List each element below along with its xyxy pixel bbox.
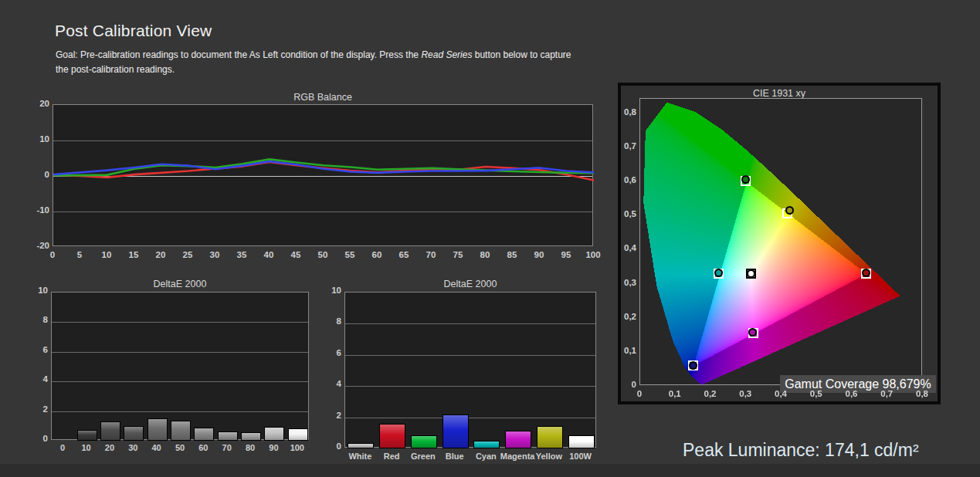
cie-x-tick-label: 0,8: [910, 389, 934, 398]
x-axis-tick-label: 30: [203, 250, 226, 259]
cie-y-tick-label: 0,5: [621, 209, 636, 218]
x-axis-tick-label: 80: [473, 250, 497, 259]
y-axis-tick-label: 10: [25, 286, 48, 295]
deltae-bar-70: [218, 431, 238, 441]
x-axis-tick-label: 0: [41, 250, 64, 259]
cie-x-tick-label: 0,7: [875, 389, 898, 398]
y-axis-tick-label: 2: [25, 404, 48, 414]
deltae-bar-80: [241, 432, 261, 441]
gridline: [345, 418, 595, 418]
x-axis-tick-label: 100: [274, 443, 320, 452]
x-axis-tick-label: 100: [582, 250, 605, 259]
x-axis-tick-label: 100W: [558, 452, 604, 461]
deltae-bar-30: [124, 426, 144, 441]
goal-text-suffix: button below to capture: [472, 49, 571, 60]
rgb-balance-lines: [53, 105, 594, 247]
read-series-reference: Read Series: [421, 49, 472, 60]
deltae-bar-90: [264, 427, 284, 441]
goal-text: Goal: Pre-calibration readings to docume…: [56, 48, 681, 77]
deltae-bar-100: [288, 428, 308, 441]
measured-point-white: [747, 269, 755, 278]
cie-x-tick-label: 0,2: [699, 389, 722, 398]
gridline: [345, 386, 595, 387]
x-axis-tick-label: 60: [365, 250, 388, 259]
deltae-bar-10: [77, 430, 97, 441]
deltae-bar-cyan: [473, 441, 500, 448]
gridline: [52, 352, 308, 353]
deltae-bar-40: [148, 418, 168, 441]
footer-strip: [0, 464, 980, 477]
x-axis-tick-label: 45: [284, 250, 307, 259]
cie-y-tick-label: 0,4: [621, 243, 636, 252]
gridline: [52, 381, 308, 382]
x-axis-tick-label: 15: [122, 250, 145, 259]
gridline: [345, 355, 595, 356]
x-axis-tick-label: 85: [500, 250, 524, 259]
y-axis-tick-label: 4: [25, 374, 48, 384]
deltae-bar-red: [379, 424, 405, 448]
cie-y-tick-label: 0,8: [621, 107, 636, 117]
deltae-grayscale-title: DeltaE 2000: [64, 279, 296, 289]
y-axis-tick-label: 4: [318, 379, 341, 388]
cie-diagram-canvas: [640, 99, 923, 386]
deltae-colors-title: DeltaE 2000: [354, 279, 586, 289]
y-axis-tick-label: 2: [318, 411, 341, 420]
x-axis-tick-label: 50: [311, 250, 334, 259]
cie-x-tick-label: 0,6: [840, 389, 863, 398]
peak-luminance-readout: Peak Luminance: 174,1 cd/m²: [683, 440, 919, 461]
deltae-bar-50: [171, 421, 191, 441]
y-axis-tick-label: 0: [318, 441, 341, 451]
cie-x-tick-label: 0,5: [805, 389, 828, 398]
cie-x-tick-label: 0,1: [663, 389, 687, 398]
cie-y-tick-label: 0,7: [621, 141, 636, 151]
deltae-grayscale-chart: [51, 292, 309, 440]
y-axis-tick-label: 10: [25, 134, 49, 144]
cie-1931-title: CIE 1931 xy: [663, 88, 895, 99]
x-axis-tick-label: 75: [446, 250, 470, 259]
rgb-balance-chart: [53, 104, 593, 246]
gridline: [52, 411, 308, 412]
cie-y-tick-label: 0,1: [621, 346, 636, 355]
gridline: [345, 323, 595, 324]
y-axis-tick-label: 6: [25, 345, 48, 354]
deltae-bar-magenta: [505, 431, 531, 448]
cie-x-tick-label: 0,3: [734, 389, 757, 398]
deltae-bar-60: [194, 428, 214, 441]
x-axis-tick-label: 35: [230, 250, 253, 259]
cie-x-tick-label: 0: [628, 389, 651, 398]
y-axis-tick-label: 8: [318, 316, 341, 326]
goal-text-prefix: Goal: Pre-calibration readings to docume…: [56, 49, 421, 60]
x-axis-tick-label: 55: [338, 250, 361, 259]
x-axis-tick-label: 90: [527, 250, 551, 259]
page-title: Post Calibration View: [55, 22, 212, 40]
cie-y-tick-label: 0,6: [621, 175, 636, 184]
y-axis-tick-label: 0: [25, 434, 48, 443]
deltae-bar-white: [348, 443, 374, 448]
post-calibration-view: Post Calibration View Goal: Pre-calibrat…: [0, 0, 980, 477]
x-axis-tick-label: 10: [95, 250, 118, 259]
x-axis-tick-label: 65: [392, 250, 415, 259]
y-axis-tick-label: 10: [318, 286, 341, 295]
x-axis-tick-label: 40: [257, 250, 280, 259]
cie-1931-plot: Gamut Coverage 98,679%: [639, 98, 922, 385]
x-axis-tick-label: 25: [176, 250, 199, 259]
y-axis-tick-label: 20: [25, 99, 49, 108]
deltae-bar-100w: [568, 435, 595, 448]
cie-y-tick-label: 0: [621, 380, 636, 389]
x-axis-tick-label: 70: [419, 250, 443, 259]
cie-y-tick-label: 0,2: [621, 312, 636, 321]
deltae-bar-yellow: [537, 426, 563, 448]
deltae-colors-chart: [344, 292, 596, 448]
x-axis-tick-label: 5: [68, 250, 91, 259]
y-axis-tick-label: 6: [318, 348, 341, 357]
cie-1931-panel: CIE 1931 xy Gamut Coverage 98,679% 00,10…: [618, 83, 941, 404]
y-axis-tick-label: -20: [25, 241, 49, 250]
deltae-bar-20: [100, 421, 120, 441]
cie-y-tick-label: 0,3: [621, 278, 636, 287]
y-axis-tick-label: 0: [25, 170, 49, 179]
cie-x-tick-label: 0,4: [769, 389, 792, 398]
deltae-bar-blue: [443, 414, 469, 448]
deltae-bar-green: [411, 435, 437, 448]
measured-point-blue: [689, 361, 697, 370]
gridline: [52, 322, 308, 323]
